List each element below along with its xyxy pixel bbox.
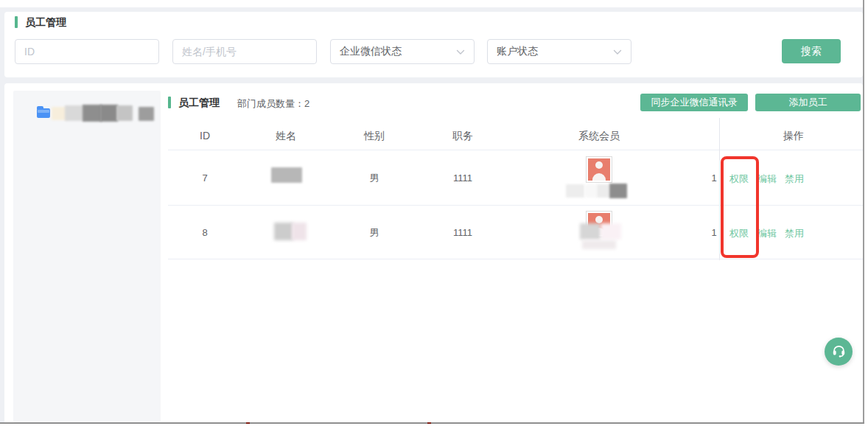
top-strip: [0, 0, 868, 7]
search-button[interactable]: 搜索: [782, 39, 841, 63]
name-phone-input[interactable]: [172, 39, 317, 64]
row2-redacted-name: [274, 223, 293, 240]
redacted-text: [100, 105, 118, 122]
row2-id: 8: [175, 227, 234, 238]
annotation-red-tick: [427, 422, 431, 424]
row1-redacted-text: [585, 184, 597, 198]
row-divider: [168, 259, 863, 259]
department-tree-item[interactable]: [34, 105, 159, 124]
folder-icon: [37, 108, 50, 118]
row1-redacted-name: [271, 167, 302, 183]
id-input[interactable]: [15, 39, 159, 64]
row2-disable-link[interactable]: 禁用: [783, 227, 805, 240]
redacted-text: [83, 105, 102, 122]
row1-gender: 男: [345, 172, 404, 184]
row2-duty: 1111: [433, 227, 492, 238]
name-field-wrap: [172, 39, 317, 64]
row1-duty: 1111: [433, 172, 492, 184]
annotation-red-tick: [246, 422, 250, 424]
filter-title-accent-bar: [15, 16, 18, 28]
col-header-actions: 操作: [749, 130, 838, 142]
row2-truncated-value: 1: [709, 227, 719, 238]
department-tree-panel: [13, 91, 161, 422]
row1-truncated-value: 1: [709, 172, 719, 184]
row1-redacted-text: [609, 184, 627, 198]
row2-redacted-text: [582, 240, 616, 249]
wechat-status-value: 企业微信状态: [340, 45, 402, 58]
headset-icon: [831, 343, 847, 361]
row1-disable-link[interactable]: 禁用: [783, 172, 805, 186]
account-status-value: 账户状态: [497, 45, 538, 58]
col-header-id: ID: [175, 130, 234, 142]
table-header-divider: [168, 150, 863, 150]
annotation-red-box: [721, 156, 759, 258]
person-icon: [588, 158, 610, 181]
row1-redacted-text: [566, 184, 584, 198]
add-employee-button[interactable]: 添加员工: [755, 94, 861, 111]
row2-gender: 男: [345, 227, 404, 238]
frame-right-margin: [864, 0, 868, 426]
row2-redacted-name: [292, 223, 307, 240]
redacted-text: [65, 105, 84, 121]
id-field-wrap: [15, 39, 159, 64]
col-header-gender: 性别: [345, 130, 404, 142]
col-header-name: 姓名: [256, 130, 315, 142]
redacted-text: [116, 105, 133, 121]
col-header-member: 系统会员: [555, 130, 643, 142]
customer-service-button[interactable]: [825, 338, 853, 366]
chevron-down-icon: [613, 45, 622, 58]
account-status-select[interactable]: 账户状态: [487, 39, 631, 64]
wechat-status-select[interactable]: 企业微信状态: [330, 39, 475, 64]
chevron-down-icon: [456, 45, 465, 58]
page: 员工管理 企业微信状态 账户状态 搜索 员工管理 部门成员数量：2 同步企业微信…: [0, 0, 868, 426]
row2-redacted-text: [601, 223, 621, 240]
row1-member-avatar: [586, 156, 612, 183]
row1-redacted-text: [597, 184, 609, 198]
member-count-label: 部门成员数量：2: [237, 97, 309, 111]
redacted-text: [139, 107, 154, 121]
row1-id: 7: [175, 172, 234, 184]
filter-card-title: 员工管理: [25, 16, 66, 28]
fixed-column-divider: [719, 118, 720, 260]
row2-redacted-text: [580, 223, 601, 240]
row1-edit-link[interactable]: 编辑: [756, 172, 778, 186]
col-header-duty: 职务: [433, 130, 492, 142]
panel-title-accent-bar: [168, 97, 171, 108]
panel-title: 员工管理: [178, 97, 220, 108]
sync-wechat-contacts-button[interactable]: 同步企业微信通讯录: [640, 94, 748, 111]
row2-edit-link[interactable]: 编辑: [756, 227, 778, 240]
